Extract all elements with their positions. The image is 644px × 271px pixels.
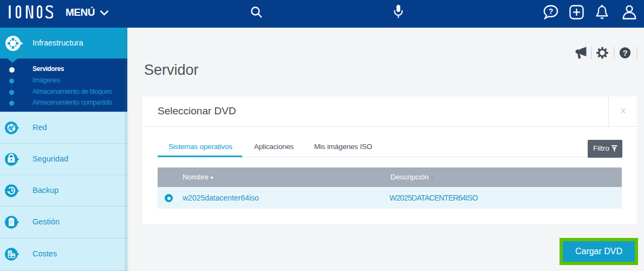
- svg-text:?: ?: [549, 7, 554, 16]
- svg-text:?: ?: [622, 48, 627, 57]
